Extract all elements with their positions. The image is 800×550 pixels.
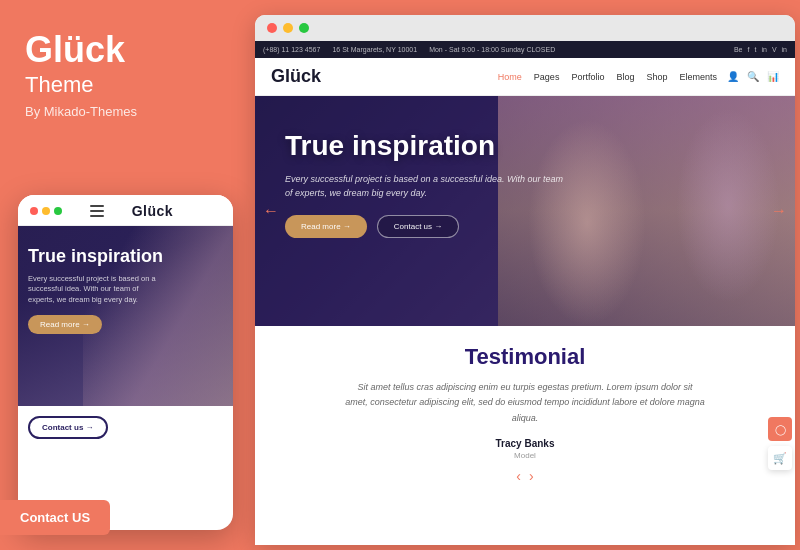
social-linkedin[interactable]: in [782,46,787,53]
browser-info-bar: (+88) 11 123 4567 16 St Margarets, NY 10… [255,41,795,58]
address-info: 16 St Margarets, NY 10001 [332,46,417,53]
social-behance[interactable]: Be [734,46,743,53]
mobile-hero-title: True inspiration [28,246,163,268]
mobile-mockup: Glück True inspiration Every successful … [18,195,233,530]
nav-search-icon[interactable]: 🔍 [747,71,759,82]
hero-description: Every successful project is based on a s… [285,172,565,201]
window-chrome [255,15,795,41]
mobile-readmore-button[interactable]: Read more → [28,315,102,334]
mobile-dot-green [54,207,62,215]
testimonial-role: Model [285,451,765,460]
social-facebook[interactable]: f [748,46,750,53]
win-dot-red[interactable] [267,23,277,33]
nav-link-shop[interactable]: Shop [646,72,667,82]
nav-link-home[interactable]: Home [498,72,522,82]
hero-next-arrow[interactable]: → [771,202,787,220]
browser-bar-info: (+88) 11 123 4567 16 St Margarets, NY 10… [263,46,555,53]
side-icon-cart[interactable]: 🛒 [768,446,792,470]
mobile-logo: Glück [132,203,173,219]
side-icon-notification[interactable]: ◯ [768,417,792,441]
testimonial-title: Testimonial [285,344,765,370]
mobile-dot-yellow [42,207,50,215]
contactus-button[interactable]: Contact us → [377,215,459,238]
nav-link-portfolio[interactable]: Portfolio [571,72,604,82]
brand-author: By Mikado-Themes [25,104,220,119]
nav-links: Home Pages Portfolio Blog Shop Elements [498,72,717,82]
mobile-window-dots [30,207,62,215]
hero-title: True inspiration [285,131,565,162]
testimonial-author: Tracy Banks [285,438,765,449]
hero-content: True inspiration Every successful projec… [285,131,565,238]
testimonial-next-arrow[interactable]: › [529,468,534,484]
brand-subtitle: Theme [25,72,220,98]
social-vimeo[interactable]: V [772,46,777,53]
mobile-hero-section: True inspiration Every successful projec… [18,226,233,406]
nav-link-blog[interactable]: Blog [616,72,634,82]
mobile-dot-red [30,207,38,215]
testimonial-nav: ‹ › [285,468,765,484]
nav-logo: Glück [271,66,321,87]
testimonial-section: Testimonial Sit amet tellus cras adipisc… [255,326,795,499]
nav-icons: 👤 🔍 📊 [727,71,779,82]
social-instagram[interactable]: in [761,46,766,53]
hamburger-icon[interactable] [90,205,104,217]
social-icons: Be f t in V in [734,46,787,53]
testimonial-prev-arrow[interactable]: ‹ [516,468,521,484]
nav-link-pages[interactable]: Pages [534,72,560,82]
win-dot-yellow[interactable] [283,23,293,33]
mobile-bottom-content: Contact us → [18,406,233,449]
nav-audio-icon[interactable]: 📊 [767,71,779,82]
hero-section: True inspiration Every successful projec… [255,96,795,326]
mobile-top-bar: Glück [18,195,233,226]
desktop-mockup: (+88) 11 123 4567 16 St Margarets, NY 10… [255,15,795,545]
social-twitter[interactable]: t [754,46,756,53]
win-dot-green[interactable] [299,23,309,33]
hours-info: Mon - Sat 9:00 - 18:00 Sunday CLOSED [429,46,555,53]
nav-link-elements[interactable]: Elements [679,72,717,82]
testimonial-text: Sit amet tellus cras adipiscing enim eu … [345,380,705,426]
brand-name: Glück [25,30,220,70]
contact-us-label[interactable]: Contact US [0,500,110,535]
hero-prev-arrow[interactable]: ← [263,202,279,220]
nav-user-icon[interactable]: 👤 [727,71,739,82]
readmore-button[interactable]: Read more → [285,215,367,238]
navigation-bar: Glück Home Pages Portfolio Blog Shop Ele… [255,58,795,96]
phone-info: (+88) 11 123 4567 [263,46,320,53]
hero-buttons: Read more → Contact us → [285,215,565,238]
mobile-hero-desc: Every successful project is based on a s… [28,274,158,306]
mobile-hero-content: True inspiration Every successful projec… [28,246,163,334]
mobile-contactus-button[interactable]: Contact us → [28,416,108,439]
